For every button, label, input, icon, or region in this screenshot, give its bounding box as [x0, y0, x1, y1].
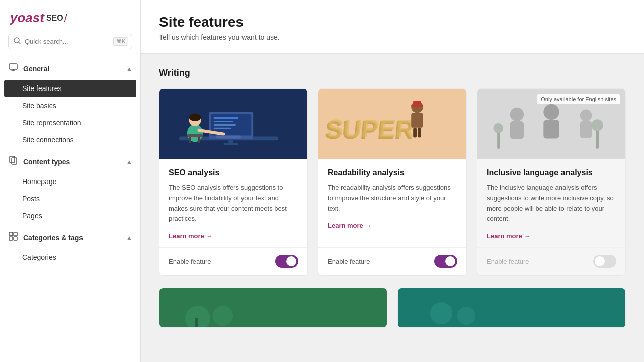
svg-rect-39: [510, 121, 524, 139]
card-seo-desc: The SEO analysis offers suggestions to i…: [169, 183, 298, 224]
sidebar-item-posts[interactable]: Posts: [0, 190, 140, 207]
card-seo-learn-more[interactable]: Learn more →: [169, 232, 213, 240]
content-types-chevron-icon: ▲: [126, 158, 132, 165]
svg-rect-43: [580, 121, 592, 138]
writing-cards-grid: SEO analysis The SEO analysis offers sug…: [159, 88, 626, 276]
arrow-right-icon: →: [524, 232, 531, 240]
toggle-check-icon: ✓: [290, 258, 295, 265]
svg-rect-5: [10, 156, 15, 163]
svg-rect-18: [214, 128, 231, 129]
bottom-card-2: [397, 288, 626, 328]
card-inclusive-badge: Only available for English sites: [537, 94, 620, 104]
nav-group-categories-tags[interactable]: Categories & tags ▲: [0, 226, 140, 249]
search-input[interactable]: [25, 38, 109, 45]
search-box[interactable]: ⌘K: [8, 34, 132, 49]
svg-rect-36: [418, 128, 421, 138]
svg-rect-2: [9, 64, 17, 69]
arrow-right-icon: →: [365, 222, 372, 229]
content-types-label: Content types: [23, 158, 121, 166]
general-items: Site features Site basics Site represent…: [0, 80, 140, 148]
card-seo-image: [159, 89, 307, 159]
card-inclusive-enable-label: Enable feature: [487, 258, 529, 265]
card-inclusive-title: Inclusive language analysis: [487, 168, 616, 177]
nav-group-content-types[interactable]: Content types ▲: [0, 150, 140, 173]
card-readability-footer: Enable feature ✓: [318, 247, 466, 275]
card-inclusive-desc: The inclusive language analysis offers s…: [487, 183, 616, 224]
card-inclusive-learn-more[interactable]: Learn more →: [487, 232, 531, 240]
general-label: General: [23, 65, 121, 73]
document-icon: [8, 155, 18, 168]
svg-point-23: [189, 113, 201, 121]
svg-point-40: [543, 104, 559, 120]
card-seo-footer: Enable feature ✓: [159, 247, 307, 275]
svg-point-53: [430, 302, 452, 324]
card-inclusive: Only available for English sites Inclusi…: [477, 88, 626, 276]
card-readability: SUPER SUPER Readability analysis: [318, 88, 467, 276]
sidebar-item-site-connections[interactable]: Site connections: [0, 131, 140, 148]
sidebar-item-site-features[interactable]: Site features: [4, 80, 136, 97]
svg-point-47: [493, 123, 503, 133]
main-content: Site features Tell us which features you…: [141, 0, 644, 362]
card-seo-analysis: SEO analysis The SEO analysis offers sug…: [159, 88, 308, 276]
svg-rect-17: [214, 124, 236, 126]
svg-rect-41: [543, 120, 559, 138]
nav-section-general: General ▲ Site features Site basics Site…: [0, 57, 140, 148]
logo: yoast SEO/: [10, 10, 130, 26]
sidebar-item-site-representation[interactable]: Site representation: [0, 114, 140, 131]
card-readability-title: Readability analysis: [328, 168, 457, 177]
svg-point-50: [213, 306, 233, 326]
svg-rect-19: [228, 139, 233, 143]
nav-section-categories-tags: Categories & tags ▲ Categories: [0, 226, 140, 266]
bottom-cards-grid: [159, 288, 626, 328]
svg-rect-25: [189, 137, 191, 143]
card-readability-image: SUPER SUPER: [318, 89, 466, 159]
svg-rect-32: [411, 113, 423, 127]
svg-rect-33: [413, 101, 421, 105]
search-shortcut: ⌘K: [113, 37, 128, 46]
writing-section-title: Writing: [159, 68, 626, 78]
sidebar-item-categories[interactable]: Categories: [0, 249, 140, 266]
card-readability-enable-label: Enable feature: [328, 258, 370, 265]
bottom-card-1: [159, 288, 387, 328]
content-area: Writing: [141, 54, 644, 362]
card-inclusive-body: Inclusive language analysis The inclusiv…: [477, 159, 625, 240]
svg-rect-44: [596, 129, 599, 149]
svg-rect-20: [223, 143, 238, 145]
sidebar-item-pages[interactable]: Pages: [0, 207, 140, 224]
card-seo-toggle[interactable]: ✓: [275, 255, 298, 268]
svg-rect-10: [14, 237, 17, 240]
svg-line-1: [19, 42, 20, 44]
sidebar-item-homepage[interactable]: Homepage: [0, 173, 140, 190]
page-title: Site features: [159, 14, 626, 30]
content-types-items: Homepage Posts Pages: [0, 173, 140, 224]
card-readability-body: Readability analysis The readability ana…: [318, 159, 466, 240]
svg-rect-51: [195, 318, 198, 328]
card-inclusive-footer: Enable feature: [477, 247, 625, 275]
sidebar-item-site-basics[interactable]: Site basics: [0, 97, 140, 114]
search-icon: [14, 37, 21, 46]
svg-point-45: [591, 119, 603, 131]
nav-group-general[interactable]: General ▲: [0, 57, 140, 80]
svg-rect-6: [12, 158, 17, 164]
svg-rect-15: [214, 117, 238, 119]
svg-point-38: [510, 108, 524, 121]
logo-slash: /: [64, 12, 67, 25]
page-header: Site features Tell us which features you…: [141, 0, 644, 54]
svg-point-42: [580, 110, 592, 122]
card-inclusive-toggle: [593, 255, 616, 268]
svg-rect-24: [187, 134, 203, 137]
svg-rect-8: [14, 232, 17, 236]
card-seo-enable-label: Enable feature: [169, 258, 211, 265]
logo-area: yoast SEO/: [0, 0, 140, 34]
svg-point-54: [457, 307, 475, 325]
card-readability-toggle[interactable]: ✓: [434, 255, 457, 268]
tag-icon: [8, 231, 18, 244]
svg-rect-26: [198, 137, 200, 143]
svg-rect-34: [411, 105, 423, 107]
svg-rect-7: [9, 232, 13, 236]
nav-section-content-types: Content types ▲ Homepage Posts Pages: [0, 150, 140, 224]
svg-rect-9: [9, 237, 13, 240]
card-readability-learn-more[interactable]: Learn more →: [328, 222, 372, 229]
monitor-icon: [8, 62, 18, 75]
card-seo-title: SEO analysis: [169, 168, 298, 177]
